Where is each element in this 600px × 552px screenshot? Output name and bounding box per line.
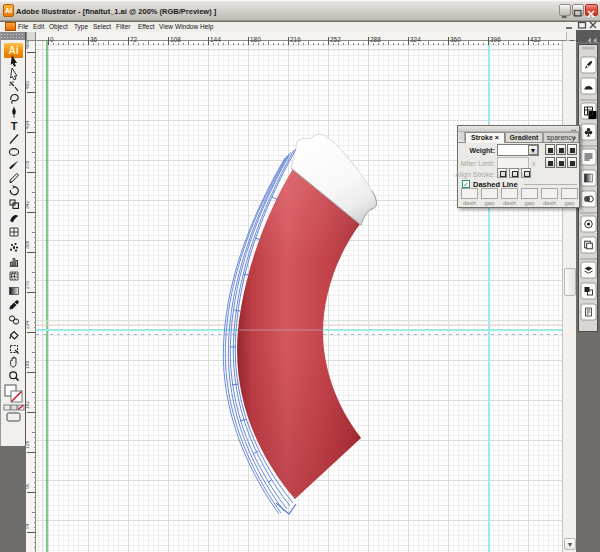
svg-text:108: 108 <box>170 36 181 43</box>
svg-text:180: 180 <box>250 36 261 43</box>
svg-text:432: 432 <box>530 36 541 43</box>
svg-text:288: 288 <box>370 36 381 43</box>
svg-text:90: 90 <box>26 483 30 489</box>
svg-text:216: 216 <box>290 36 301 43</box>
svg-text:324: 324 <box>410 36 421 43</box>
svg-text:T: T <box>11 120 18 132</box>
svg-text:0: 0 <box>50 36 54 43</box>
svg-text:144: 144 <box>210 36 221 43</box>
svg-text:72: 72 <box>130 36 138 43</box>
svg-text:396: 396 <box>490 36 501 43</box>
svg-text:54: 54 <box>26 523 30 529</box>
svg-text:252: 252 <box>330 36 341 43</box>
svg-text:360: 360 <box>450 36 461 43</box>
svg-text:36: 36 <box>90 36 98 43</box>
